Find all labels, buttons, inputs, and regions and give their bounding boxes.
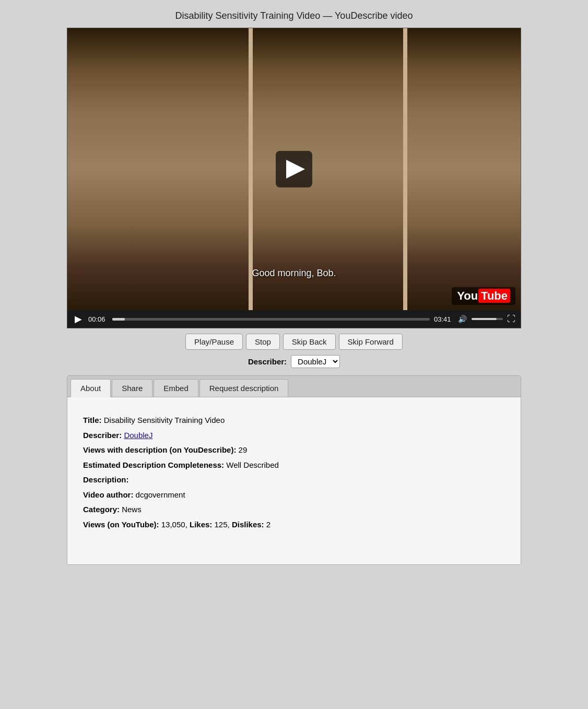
about-describer-label: Describer: [83,431,122,440]
play-pause-button[interactable]: Play/Pause [185,334,243,350]
progress-area[interactable] [112,318,430,321]
about-likes-value: 125 [215,520,228,529]
fullscreen-button[interactable]: ⛶ [507,314,515,324]
page-title: Disability Sensitivity Training Video — … [175,10,413,21]
video-container: Good morning, Bob. YouTube 00:06 03:41 🔊… [67,28,521,328]
about-views-yt-value: 13,050 [161,520,185,529]
about-video-author-value: dcgovernment [136,490,185,499]
volume-fill [472,318,497,320]
about-title-label: Title: [83,416,102,424]
about-completeness-value: Well Described [226,460,279,469]
time-current: 00:06 [88,315,108,323]
about-description-label: Description: [83,475,129,484]
about-completeness-line: Estimated Description Completeness: Well… [83,458,505,473]
play-button-inline[interactable] [73,313,84,325]
skip-back-button[interactable]: Skip Back [283,334,336,350]
about-title-line: Title: Disability Sensitivity Training V… [83,413,505,428]
time-total: 03:41 [434,315,454,323]
describer-row: Describer: DoubleJ Other [248,355,340,368]
describer-select[interactable]: DoubleJ Other [291,355,340,368]
youtube-logo: YouTube [452,287,515,305]
about-category-label: Category: [83,505,120,514]
about-video-author-line: Video author: dcgovernment [83,488,505,503]
volume-bar[interactable] [472,318,503,320]
about-describer-link[interactable]: DoubleJ [124,431,152,440]
about-completeness-label: Estimated Description Completeness: [83,460,224,469]
describer-label: Describer: [248,357,287,366]
about-views-yt-sep: , [185,520,190,529]
about-views-yd-label: Views with description (on YouDescribe): [83,445,236,454]
tab-embed[interactable]: Embed [154,379,198,397]
tabs-header: About Share Embed Request description [67,376,521,397]
about-views-yd-line: Views with description (on YouDescribe):… [83,443,505,458]
progress-bar[interactable] [112,318,430,321]
skip-forward-button[interactable]: Skip Forward [339,334,403,350]
about-description-line: Description: [83,472,505,488]
video-frame[interactable]: Good morning, Bob. YouTube [67,28,521,310]
about-likes-sep: , [228,520,232,529]
elevator-panel-right [403,28,407,310]
volume-icon[interactable]: 🔊 [458,315,467,323]
controls-bar: 00:06 03:41 🔊 ⛶ [67,310,521,328]
about-dislikes-label: Dislikes: [232,520,264,529]
about-views-yd-value: 29 [239,445,248,454]
tab-content: Title: Disability Sensitivity Training V… [67,397,521,564]
about-title-value-text: Disability Sensitivity Training Video [104,416,225,424]
about-video-author-label: Video author: [83,490,133,499]
about-likes-label: Likes: [190,520,212,529]
video-subtitle: Good morning, Bob. [252,268,336,279]
tabs-panel: About Share Embed Request description Ti… [67,375,521,565]
action-buttons: Play/Pause Stop Skip Back Skip Forward [185,334,403,350]
about-category-value: News [122,505,142,514]
about-category-line: Category: News [83,502,505,517]
about-dislikes-value: 2 [266,520,271,529]
tab-share[interactable]: Share [112,379,152,397]
progress-fill [112,318,125,321]
about-views-yt-line: Views (on YouTube): 13,050, Likes: 125, … [83,517,505,533]
stop-button[interactable]: Stop [246,334,280,350]
about-describer-line: Describer: DoubleJ [83,428,505,443]
play-overlay-button[interactable] [276,151,312,187]
tab-about[interactable]: About [70,379,111,397]
about-views-yt-label: Views (on YouTube): [83,520,159,529]
tab-request-description[interactable]: Request description [199,379,289,397]
